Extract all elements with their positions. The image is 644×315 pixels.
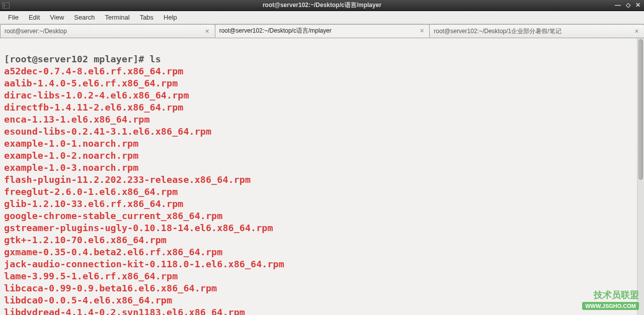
shell-prompt: [root@server102 mplayer]# — [4, 54, 150, 64]
menubar: File Edit View Search Terminal Tabs Help — [0, 11, 644, 24]
file-entry: directfb-1.4.11-2.el6.x86_64.rpm — [4, 102, 183, 113]
file-entry: jack-audio-connection-kit-0.118.0-1.el6.… — [4, 259, 284, 269]
menu-view[interactable]: View — [45, 12, 69, 23]
tab-bar: root@server:~/Desktop ✕ root@server102:~… — [0, 24, 644, 38]
minimize-button[interactable]: — — [614, 1, 622, 9]
tab-notes[interactable]: root@server102:~/Desktop/1企业部分暑假/笔记 ✕ — [429, 24, 644, 38]
file-entry: dirac-libs-1.0.2-4.el6.x86_64.rpm — [4, 90, 189, 100]
watermark-url: WWW.JSGHO.COM — [582, 302, 639, 310]
menu-terminal[interactable]: Terminal — [100, 12, 135, 23]
file-entry: freeglut-2.6.0-1.el6.x86_64.rpm — [4, 186, 178, 197]
file-entry: example-1.0-3.noarch.rpm — [4, 162, 138, 173]
terminal-app-icon — [2, 2, 10, 10]
watermark: 技术员联盟 WWW.JSGHO.COM — [582, 289, 639, 310]
shell-command: ls — [150, 54, 161, 64]
close-icon[interactable]: ✕ — [418, 28, 425, 35]
menu-help[interactable]: Help — [158, 12, 182, 23]
file-entry: aalib-1.4.0-5.el6.rf.x86_64.rpm — [4, 78, 178, 88]
file-entry: gstreamer-plugins-ugly-0.10.18-14.el6.x8… — [4, 223, 273, 233]
file-entry: gtk+-1.2.10-70.el6.x86_64.rpm — [4, 235, 167, 245]
svg-rect-0 — [3, 3, 10, 9]
file-entry: esound-libs-0.2.41-3.1.el6.x86_64.rpm — [4, 126, 211, 137]
tab-label: root@server102:~/Desktop/c语言/mplayer — [219, 27, 332, 35]
terminal-output[interactable]: [root@server102 mplayer]# ls a52dec-0.7.… — [0, 38, 644, 315]
menu-search[interactable]: Search — [69, 12, 100, 23]
tab-label: root@server:~/Desktop — [5, 28, 67, 35]
menu-edit[interactable]: Edit — [24, 12, 45, 23]
file-entry: a52dec-0.7.4-8.el6.rf.x86_64.rpm — [4, 66, 183, 76]
file-entry: flash-plugin-11.2.202.233-release.x86_64… — [4, 174, 251, 185]
menu-tabs[interactable]: Tabs — [135, 12, 158, 23]
file-entry: libcaca-0.99-0.9.beta16.el6.x86_64.rpm — [4, 283, 217, 293]
watermark-text: 技术员联盟 — [594, 290, 639, 300]
tab-mplayer[interactable]: root@server102:~/Desktop/c语言/mplayer ✕ — [215, 24, 430, 38]
maximize-button[interactable]: ◇ — [624, 1, 632, 9]
file-entry: example-1.0-2.noarch.rpm — [4, 150, 138, 161]
tab-label: root@server102:~/Desktop/1企业部分暑假/笔记 — [434, 27, 561, 36]
window-controls: — ◇ ✕ — [614, 1, 642, 9]
file-entry: gxmame-0.35-0.4.beta2.el6.rf.x86_64.rpm — [4, 247, 222, 257]
file-entry: example-1.0-1.noarch.rpm — [4, 138, 138, 149]
scrollbar[interactable] — [637, 38, 644, 315]
tab-desktop[interactable]: root@server:~/Desktop ✕ — [0, 24, 215, 38]
close-icon[interactable]: ✕ — [204, 28, 211, 35]
file-entry: google-chrome-stable_current_x86_64.rpm — [4, 211, 222, 221]
file-entry: enca-1.13-1.el6.x86_64.rpm — [4, 114, 150, 125]
file-entry: libdvdread-4.1.4-0.2.svn1183.el6.x86_64.… — [4, 307, 245, 315]
titlebar: root@server102:~/Desktop/c语言/mplayer — ◇… — [0, 0, 644, 11]
file-entry: lame-3.99.5-1.el6.rf.x86_64.rpm — [4, 271, 178, 281]
close-button[interactable]: ✕ — [634, 1, 642, 9]
file-entry: glib-1.2.10-33.el6.rf.x86_64.rpm — [4, 198, 183, 209]
file-entry: libdca0-0.0.5-4.el6.x86_64.rpm — [4, 295, 172, 305]
menu-file[interactable]: File — [3, 12, 24, 23]
scrollbar-thumb[interactable] — [638, 39, 643, 180]
close-icon[interactable]: ✕ — [633, 28, 640, 35]
window-title: root@server102:~/Desktop/c语言/mplayer — [263, 1, 381, 10]
